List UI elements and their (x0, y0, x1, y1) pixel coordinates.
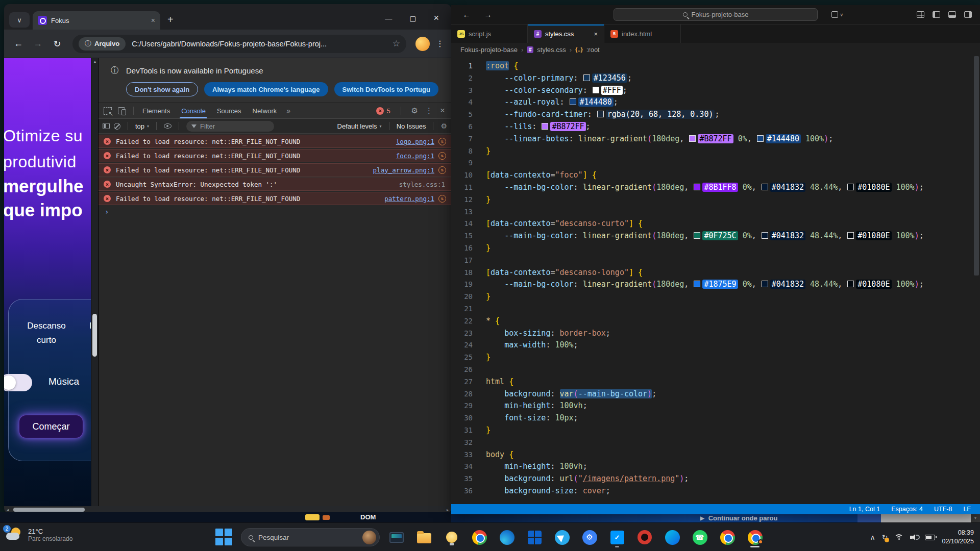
taskbar-search[interactable]: Pesquisar (241, 528, 380, 546)
start-focus-button[interactable]: Começar (19, 415, 83, 438)
window-close-button[interactable]: × (433, 13, 439, 23)
url-text[interactable]: C:/Users/gabri/Downloads/Fokus-projeto-b… (132, 40, 393, 48)
color-value[interactable]: #1875E9 (702, 280, 738, 289)
reload-button[interactable]: ↻ (49, 36, 65, 52)
color-swatch[interactable] (694, 184, 700, 190)
color-value[interactable]: #FFF (601, 86, 623, 95)
update-icon[interactable]: ↻ (882, 533, 888, 541)
scrollbar-thumb[interactable] (92, 314, 97, 357)
color-swatch[interactable] (694, 281, 700, 287)
scroll-down-button[interactable]: ▼ (971, 514, 980, 522)
hidden-icons-chevron[interactable]: ∧ (870, 533, 875, 541)
code-content[interactable]: :root { --color-primary: #123456; --colo… (486, 60, 924, 504)
scroll-left-icon[interactable]: ◂ (4, 508, 11, 512)
edge-icon[interactable] (498, 527, 516, 547)
color-swatch[interactable] (762, 232, 768, 239)
color-value[interactable]: #144480 (578, 97, 614, 107)
breadcrumb-item[interactable]: :root (586, 46, 600, 54)
start-button[interactable] (215, 529, 233, 546)
network-request-icon[interactable]: ⇅ (438, 195, 446, 203)
chrome-menu-icon[interactable]: ⋮ (435, 39, 445, 48)
forward-button[interactable]: → (30, 36, 46, 52)
error-source-link[interactable]: play_arrow.png:1 (373, 166, 434, 174)
window-maximize-button[interactable]: ▢ (409, 14, 416, 22)
device-toolbar-icon[interactable] (118, 107, 125, 114)
browser-tab-fokus[interactable]: Fokus × (33, 11, 160, 30)
layout-control-dropdown[interactable]: ∨ (831, 11, 843, 18)
hscroll-thumb[interactable] (13, 508, 85, 512)
color-swatch[interactable] (757, 135, 764, 142)
devtools-close-icon[interactable]: × (440, 106, 445, 116)
window-minimize-button[interactable]: — (385, 14, 392, 22)
toggle-secondary-sidebar-icon[interactable] (964, 11, 972, 18)
color-value[interactable]: #8B1FF8 (702, 183, 738, 192)
address-bar[interactable]: ⓘArquivo C:/Users/gabri/Downloads/Fokus-… (72, 35, 406, 53)
devtools-tab-sources[interactable]: Sources (211, 103, 247, 118)
tab-close-icon[interactable]: × (594, 30, 598, 38)
issues-counter[interactable]: No Issues (397, 122, 426, 130)
file-explorer-icon[interactable] (415, 527, 433, 547)
red-ring-app-icon[interactable] (636, 527, 653, 547)
color-swatch[interactable] (847, 232, 854, 239)
editor-tab-index.html[interactable]: 5index.html (604, 24, 681, 43)
page-scrollbar[interactable]: ▲ ▼ (91, 58, 98, 513)
color-swatch[interactable] (597, 111, 604, 117)
chrome-active-icon[interactable] (746, 527, 764, 547)
error-source-link[interactable]: foco.png:1 (396, 152, 434, 160)
chrome-profile-icon[interactable] (719, 527, 736, 547)
new-tab-button[interactable]: + (167, 14, 174, 26)
weather-widget[interactable]: 2 21°C Parc ensolarado (5, 527, 72, 543)
banner-button[interactable]: Don't show again (126, 82, 198, 96)
color-value[interactable]: #B872FF (698, 134, 733, 143)
chrome-icon[interactable] (471, 527, 488, 547)
battery-icon[interactable] (925, 535, 935, 540)
toggle-sidebar-icon[interactable] (933, 11, 940, 18)
devtools-tab-console[interactable]: Console (176, 103, 211, 118)
console-sidebar-icon[interactable] (103, 123, 110, 129)
context-button[interactable]: Descanso curto (18, 319, 75, 347)
color-swatch[interactable] (694, 232, 700, 239)
back-button[interactable]: ← (10, 36, 27, 52)
devtools-tab-elements[interactable]: Elements (137, 103, 176, 118)
devtools-settings-icon[interactable]: ⚙ (411, 106, 418, 115)
editor-tab-styles.css[interactable]: #styles.css× (528, 24, 604, 43)
music-toggle[interactable] (4, 374, 32, 391)
console-error-badge[interactable]: × 5 (376, 107, 390, 115)
command-center-search[interactable]: Fokus-projeto-base (614, 8, 818, 21)
clock[interactable]: 08:39 02/10/2025 (942, 529, 974, 546)
banner-button[interactable]: Switch DevTools to Portugu (334, 82, 438, 96)
color-swatch[interactable] (762, 281, 768, 287)
color-swatch[interactable] (542, 123, 548, 130)
store-app-icon[interactable] (526, 527, 543, 547)
banner-button[interactable]: Always match Chrome's language (204, 82, 328, 96)
status-item[interactable]: Espaços: 4 (891, 506, 923, 513)
history-back-icon[interactable]: ← (460, 10, 473, 19)
console-settings-icon[interactable]: ⚙ (440, 122, 447, 130)
color-value[interactable]: #01080E (856, 183, 891, 192)
status-item[interactable]: Ln 1, Col 1 (849, 506, 880, 513)
tips-app-icon[interactable] (443, 527, 460, 547)
bookmark-star-icon[interactable]: ☆ (393, 38, 400, 49)
status-item[interactable]: LF (963, 506, 971, 513)
color-value[interactable]: #01080E (856, 280, 891, 289)
color-value[interactable]: #144480 (766, 134, 801, 143)
clear-console-icon[interactable] (114, 123, 120, 130)
whatsapp-icon[interactable]: ☎ (691, 527, 708, 547)
file-scheme-chip[interactable]: ⓘArquivo (79, 37, 126, 51)
color-value[interactable]: #01080E (856, 231, 891, 240)
display-app-icon[interactable] (388, 527, 405, 547)
color-swatch[interactable] (593, 87, 599, 93)
status-item[interactable]: UTF-8 (934, 506, 952, 513)
scroll-right-icon[interactable]: ▸ (444, 508, 451, 512)
color-swatch[interactable] (689, 135, 696, 142)
color-swatch[interactable] (570, 98, 576, 105)
devtools-tab-network[interactable]: Network (247, 103, 283, 118)
network-request-icon[interactable]: ⇅ (438, 166, 446, 174)
volume-icon[interactable] (910, 534, 918, 541)
color-value[interactable]: #041832 (770, 183, 805, 192)
tab-search-button[interactable]: ∨ (9, 12, 30, 28)
breadcrumb-item[interactable]: Fokus-projeto-base (460, 46, 518, 54)
continue-label[interactable]: Continuar onde parou (708, 514, 778, 522)
toggle-panel-icon[interactable] (948, 11, 956, 18)
devtools-menu-icon[interactable]: ⋮ (425, 106, 433, 115)
